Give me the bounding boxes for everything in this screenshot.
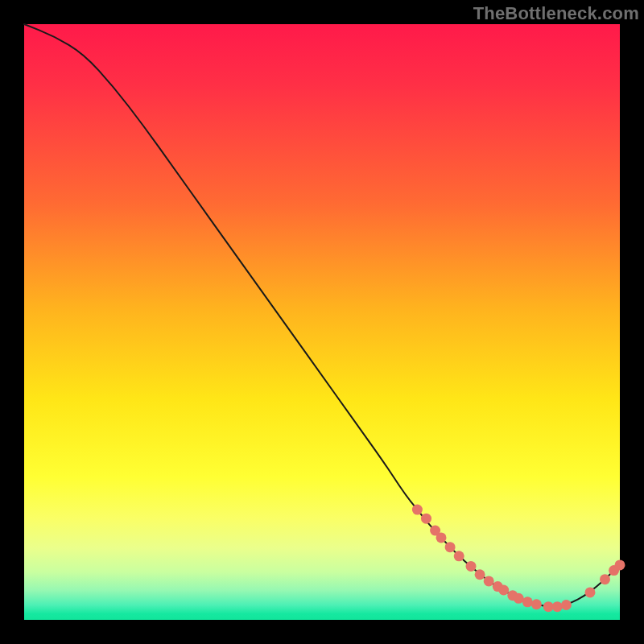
bottleneck-curve-line	[24, 24, 620, 606]
data-point	[484, 576, 494, 586]
data-point	[615, 559, 625, 570]
data-point	[454, 551, 464, 561]
data-points-group	[412, 505, 625, 613]
chart-overlay-svg	[24, 24, 620, 620]
data-point	[600, 574, 610, 584]
data-point	[552, 601, 563, 612]
data-point	[522, 597, 533, 607]
data-point	[561, 600, 572, 610]
chart-stage: TheBottleneck.com	[0, 0, 644, 644]
data-point	[421, 514, 431, 524]
data-point	[445, 542, 456, 552]
data-point	[466, 561, 477, 572]
data-point	[412, 505, 423, 515]
watermark-text: TheBottleneck.com	[473, 3, 639, 24]
data-point	[498, 585, 509, 596]
data-point	[585, 587, 596, 597]
data-point	[531, 599, 542, 609]
data-point	[436, 532, 447, 543]
data-point	[514, 593, 524, 604]
data-point	[543, 601, 554, 612]
data-point	[475, 569, 485, 580]
